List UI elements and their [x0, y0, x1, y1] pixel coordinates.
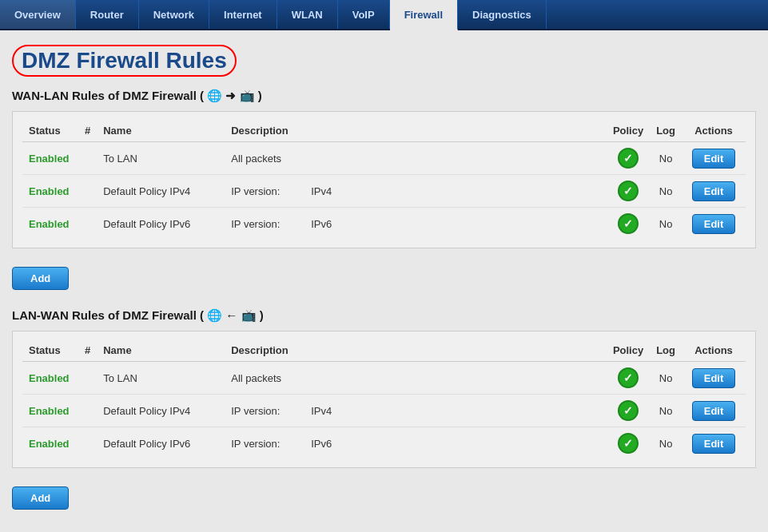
nav-tab-network[interactable]: Network	[139, 0, 209, 29]
lan-wan-section-title: LAN-WAN Rules of DMZ Firewall ( 🌐 ← 📺 )	[12, 308, 756, 323]
row-version	[304, 362, 384, 395]
row-num	[78, 175, 97, 208]
wan-lan-add-button[interactable]: Add	[12, 267, 69, 290]
table-row: Enabled Default Policy IPv4 IP version: …	[22, 175, 746, 208]
th-actions-wan: Actions	[682, 120, 746, 142]
th-version-lan	[304, 339, 384, 362]
row-spacer	[384, 208, 607, 240]
row-actions: Edit	[682, 427, 746, 460]
row-status: Enabled	[22, 208, 78, 240]
row-name: Default Policy IPv6	[97, 208, 225, 240]
edit-button[interactable]: Edit	[692, 214, 736, 234]
table-row: Enabled To LAN All packets No Edit	[22, 142, 746, 175]
row-description: All packets	[225, 142, 304, 175]
th-desc-lan: Description	[225, 339, 304, 362]
row-actions: Edit	[682, 395, 746, 427]
th-spacer-wan	[384, 120, 607, 142]
row-log: No	[650, 208, 682, 240]
th-spacer-lan	[384, 339, 607, 362]
row-version: IPv6	[304, 208, 384, 240]
row-log: No	[650, 142, 682, 175]
th-name-wan: Name	[97, 120, 225, 142]
edit-button[interactable]: Edit	[692, 181, 736, 201]
row-policy	[607, 175, 650, 208]
lan-wan-table-section: Status # Name Description Policy Log Act…	[12, 331, 756, 468]
nav-tab-router[interactable]: Router	[76, 0, 139, 29]
edit-button[interactable]: Edit	[692, 401, 736, 421]
policy-check-icon	[618, 400, 639, 421]
lan-wan-add-button[interactable]: Add	[12, 486, 69, 510]
row-version	[304, 142, 384, 175]
th-name-lan: Name	[97, 339, 225, 362]
row-version: IPv6	[304, 427, 384, 460]
row-num	[78, 427, 97, 460]
th-log-lan: Log	[650, 339, 682, 362]
nav-tab-internet[interactable]: Internet	[209, 0, 277, 29]
row-version: IPv4	[304, 395, 384, 427]
row-log: No	[650, 427, 682, 460]
row-log: No	[650, 395, 682, 427]
th-policy-lan: Policy	[607, 339, 650, 362]
th-num-lan: #	[78, 339, 97, 362]
wan-lan-section-title: WAN-LAN Rules of DMZ Firewall ( 🌐 ➜ 📺 )	[12, 89, 756, 103]
th-num-wan: #	[78, 120, 97, 142]
edit-button[interactable]: Edit	[692, 434, 736, 454]
table-row: Enabled Default Policy IPv6 IP version: …	[22, 427, 746, 460]
row-name: To LAN	[97, 142, 225, 175]
wan-lan-section: WAN-LAN Rules of DMZ Firewall ( 🌐 ➜ 📺 ) …	[12, 89, 756, 296]
nav-tab-diagnostics[interactable]: Diagnostics	[458, 0, 547, 29]
row-policy	[607, 362, 650, 395]
page-content: DMZ Firewall Rules WAN-LAN Rules of DMZ …	[0, 30, 768, 528]
row-description: IP version:	[225, 427, 304, 460]
row-name: Default Policy IPv4	[97, 395, 225, 427]
edit-button[interactable]: Edit	[692, 149, 736, 169]
row-status: Enabled	[22, 427, 78, 460]
row-log: No	[650, 362, 682, 395]
th-status-lan: Status	[22, 339, 78, 362]
policy-check-icon	[618, 213, 639, 234]
row-description: IP version:	[225, 175, 304, 208]
row-spacer	[384, 395, 607, 427]
page-title: DMZ Firewall Rules	[12, 45, 237, 77]
row-actions: Edit	[682, 362, 746, 395]
nav-tab-firewall[interactable]: Firewall	[390, 0, 458, 30]
policy-check-icon	[618, 367, 639, 388]
row-spacer	[384, 175, 607, 208]
row-num	[78, 142, 97, 175]
row-policy	[607, 208, 650, 240]
row-name: To LAN	[97, 362, 225, 395]
row-log: No	[650, 175, 682, 208]
row-policy	[607, 427, 650, 460]
nav-tab-wlan[interactable]: WLAN	[277, 0, 338, 29]
row-status: Enabled	[22, 395, 78, 427]
policy-check-icon	[618, 433, 639, 454]
row-version: IPv4	[304, 175, 384, 208]
row-num	[78, 395, 97, 427]
th-log-wan: Log	[650, 120, 682, 142]
row-num	[78, 362, 97, 395]
nav-tab-overview[interactable]: Overview	[0, 0, 76, 29]
th-status-wan: Status	[22, 120, 78, 142]
row-status: Enabled	[22, 175, 78, 208]
wan-lan-table-section: Status # Name Description Policy Log Act…	[12, 111, 756, 248]
monitor-icon: 📺	[240, 89, 255, 102]
edit-button[interactable]: Edit	[692, 368, 736, 388]
policy-check-icon	[618, 181, 639, 201]
row-description: IP version:	[225, 208, 304, 240]
row-actions: Edit	[682, 175, 746, 208]
th-policy-wan: Policy	[607, 120, 650, 142]
th-desc-wan: Description	[225, 120, 304, 142]
wan-lan-table: Status # Name Description Policy Log Act…	[22, 120, 746, 240]
globe-icon-2: 🌐	[207, 308, 222, 322]
th-actions-lan: Actions	[682, 339, 746, 362]
nav-tab-voip[interactable]: VoIP	[338, 0, 390, 29]
policy-check-icon	[618, 148, 639, 169]
row-spacer	[384, 362, 607, 395]
row-policy	[607, 142, 650, 175]
table-row: Enabled Default Policy IPv4 IP version: …	[22, 395, 746, 427]
table-row: Enabled To LAN All packets No Edit	[22, 362, 746, 395]
lan-wan-table: Status # Name Description Policy Log Act…	[22, 339, 746, 459]
row-spacer	[384, 142, 607, 175]
row-description: IP version:	[225, 395, 304, 427]
th-version-wan	[304, 120, 384, 142]
